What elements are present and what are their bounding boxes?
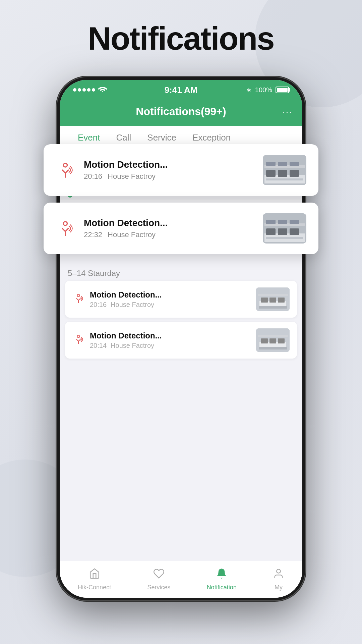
svg-rect-40 bbox=[278, 220, 287, 224]
svg-rect-10 bbox=[258, 294, 288, 296]
svg-rect-7 bbox=[269, 298, 276, 303]
svg-rect-18 bbox=[258, 335, 288, 337]
svg-rect-9 bbox=[259, 306, 287, 309]
notif-item-sat-1[interactable]: Motion Detection... 20:16 House Factroy bbox=[65, 281, 297, 318]
status-bar: 9:41 AM ∗ 100% bbox=[60, 80, 302, 100]
notif-time-sat-1: 20:16 bbox=[90, 301, 107, 309]
svg-rect-24 bbox=[278, 170, 287, 177]
svg-point-19 bbox=[277, 569, 280, 573]
svg-point-3 bbox=[77, 294, 79, 297]
svg-point-11 bbox=[77, 335, 79, 337]
notif-location-2: House Factroy bbox=[108, 230, 156, 239]
nav-my-label: My bbox=[275, 584, 283, 591]
my-icon bbox=[273, 568, 284, 582]
svg-rect-23 bbox=[266, 170, 276, 177]
nav-services[interactable]: Services bbox=[147, 568, 170, 591]
bluetooth-icon: ∗ bbox=[246, 86, 252, 94]
notif-content-1: Motion Detection... 20:16 House Factroy bbox=[84, 159, 255, 181]
notif-content-sat-1: Motion Detection... 20:16 House Factroy bbox=[90, 290, 251, 309]
status-time: 9:41 AM bbox=[165, 85, 198, 95]
motion-icon-area-2 bbox=[56, 219, 76, 238]
notif-location-sat-1: House Factroy bbox=[111, 301, 154, 309]
header-title: Notifications(99+) bbox=[136, 105, 226, 118]
svg-point-31 bbox=[63, 222, 67, 225]
notif-thumbnail-1 bbox=[263, 155, 306, 185]
notif-thumbnail-2 bbox=[263, 213, 306, 244]
notification-icon bbox=[216, 568, 227, 582]
svg-rect-25 bbox=[290, 170, 299, 177]
page-title: Notifications bbox=[88, 20, 274, 57]
svg-rect-26 bbox=[266, 178, 303, 180]
svg-rect-36 bbox=[290, 228, 299, 235]
svg-rect-41 bbox=[290, 220, 299, 224]
notif-title-sat-1: Motion Detection... bbox=[90, 290, 251, 300]
notif-time-sat-2: 20:14 bbox=[90, 342, 107, 350]
svg-rect-14 bbox=[261, 338, 268, 343]
svg-rect-37 bbox=[266, 237, 303, 239]
svg-rect-17 bbox=[259, 347, 287, 350]
status-right: ∗ 100% bbox=[246, 86, 289, 94]
svg-rect-8 bbox=[278, 298, 285, 303]
notif-title-sat-2: Motion Detection... bbox=[90, 331, 251, 340]
saturday-section: 5–14 Staurday Motion Detection... bbox=[60, 263, 302, 359]
nav-notification[interactable]: Notification bbox=[207, 568, 237, 591]
svg-rect-34 bbox=[266, 228, 276, 235]
notif-content-2: Motion Detection... 22:32 House Factroy bbox=[84, 218, 255, 239]
notif-thumb-sat-2 bbox=[256, 328, 290, 352]
svg-rect-39 bbox=[266, 220, 276, 224]
svg-rect-35 bbox=[278, 228, 287, 235]
notif-content-sat-2: Motion Detection... 20:14 House Factroy bbox=[90, 331, 251, 350]
wifi-icon bbox=[98, 86, 107, 94]
notif-time-2: 22:32 bbox=[84, 230, 102, 239]
notif-time-1: 20:16 bbox=[84, 172, 102, 181]
svg-rect-15 bbox=[269, 338, 276, 343]
notif-card-featured-2[interactable]: Motion Detection... 22:32 House Factroy bbox=[44, 203, 318, 254]
svg-rect-6 bbox=[261, 298, 268, 303]
more-button[interactable]: ··· bbox=[283, 106, 292, 117]
nav-home[interactable]: Hik-Connect bbox=[78, 568, 111, 591]
services-icon bbox=[153, 568, 165, 582]
notif-title-2: Motion Detection... bbox=[84, 218, 255, 228]
notif-thumb-sat-1 bbox=[256, 287, 290, 311]
motion-icon-area-1 bbox=[56, 161, 76, 179]
status-left bbox=[73, 86, 107, 94]
notif-location-sat-2: House Factroy bbox=[111, 342, 154, 350]
app-header: Notifications(99+) ··· bbox=[60, 100, 302, 126]
svg-rect-30 bbox=[290, 162, 299, 166]
svg-rect-16 bbox=[278, 338, 285, 343]
nav-services-label: Services bbox=[147, 584, 170, 591]
notif-title-1: Motion Detection... bbox=[84, 159, 255, 170]
nav-home-label: Hik-Connect bbox=[78, 584, 111, 591]
section-saturday: 5–14 Staurday bbox=[60, 263, 302, 281]
home-icon bbox=[89, 568, 100, 582]
notif-item-sat-2[interactable]: Motion Detection... 20:14 House Factroy bbox=[65, 322, 297, 359]
battery-icon bbox=[276, 87, 289, 93]
svg-rect-28 bbox=[266, 162, 276, 166]
notif-location-1: House Factroy bbox=[108, 172, 156, 181]
motion-icon-sat-1 bbox=[72, 292, 84, 306]
featured-cards: Motion Detection... 20:16 House Factroy bbox=[44, 144, 318, 261]
signal-dots bbox=[73, 88, 95, 92]
nav-notification-label: Notification bbox=[207, 584, 237, 591]
nav-my[interactable]: My bbox=[273, 568, 284, 591]
bottom-nav: Hik-Connect Services Notification bbox=[60, 561, 302, 598]
svg-rect-29 bbox=[278, 162, 287, 166]
motion-icon-sat-2 bbox=[72, 333, 84, 347]
svg-point-0 bbox=[102, 91, 103, 92]
notif-card-featured-1[interactable]: Motion Detection... 20:16 House Factroy bbox=[44, 144, 318, 196]
svg-point-20 bbox=[63, 163, 67, 167]
battery-percent: 100% bbox=[255, 86, 272, 94]
